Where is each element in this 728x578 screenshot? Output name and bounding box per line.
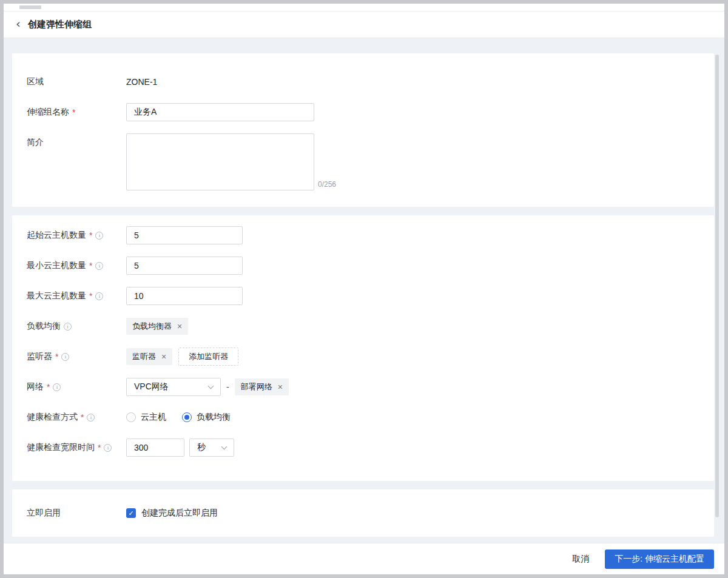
intro-row: 简介 0/256 <box>27 133 699 190</box>
back-button[interactable]: ‹ <box>16 18 21 30</box>
health-check-mode-label-col: 健康检查方式 * i <box>27 412 126 423</box>
info-icon[interactable]: i <box>64 323 72 331</box>
network-type-select[interactable]: VPC网络 <box>126 378 221 396</box>
zone-value: ZONE-1 <box>126 77 157 87</box>
load-balancer-label: 负载均衡 <box>27 321 61 332</box>
max-count-row: 最大云主机数量 * i <box>27 287 699 305</box>
zone-label-col: 区域 <box>27 76 126 87</box>
load-balancer-row: 负载均衡 i 负载均衡器 × <box>27 317 699 335</box>
page-title: 创建弹性伸缩组 <box>28 19 92 30</box>
max-count-label: 最大云主机数量 <box>27 291 86 301</box>
separator-dash: - <box>226 382 229 392</box>
intro-label: 简介 <box>27 137 44 148</box>
min-count-row: 最小云主机数量 * i <box>27 257 699 275</box>
load-balancer-tag: 负载均衡器 × <box>126 318 188 335</box>
clipped-header-text <box>19 5 41 9</box>
footer-action-bar: 取消 下一步: 伸缩云主机配置 <box>4 543 724 574</box>
required-asterisk: * <box>47 382 50 392</box>
enable-card: 立即启用 ✓ 创建完成后立即启用 <box>12 489 714 537</box>
group-name-input[interactable] <box>126 103 314 121</box>
scaling-config-card: 起始云主机数量 * i 最小云主机数量 * i 最大云主机数量 * i <box>12 215 714 481</box>
required-asterisk: * <box>81 412 84 422</box>
remove-tag-icon[interactable]: × <box>278 383 283 391</box>
listener-label: 监听器 <box>27 351 52 362</box>
required-asterisk: * <box>72 107 75 117</box>
top-strip <box>4 4 724 12</box>
zone-label: 区域 <box>27 76 44 87</box>
info-icon[interactable]: i <box>95 262 103 270</box>
min-count-label: 最小云主机数量 <box>27 260 86 271</box>
initial-count-label: 起始云主机数量 <box>27 230 86 241</box>
listener-tag-label: 监听器 <box>132 351 156 362</box>
group-name-label-col: 伸缩组名称 * <box>27 107 126 118</box>
deploy-network-tag-label: 部署网络 <box>241 381 272 392</box>
required-asterisk: * <box>89 261 92 271</box>
health-check-mode-label: 健康检查方式 <box>27 412 78 423</box>
radio-option-vm[interactable]: 云主机 <box>126 412 166 423</box>
group-name-label: 伸缩组名称 <box>27 107 69 118</box>
info-icon[interactable]: i <box>87 414 95 422</box>
enable-checkbox-label[interactable]: 创建完成后立即启用 <box>141 508 218 519</box>
form-scroll-area: 区域 ZONE-1 伸缩组名称 * 简介 0/256 <box>4 38 724 543</box>
chevron-down-icon <box>221 443 228 449</box>
add-listener-button[interactable]: 添加监听器 <box>178 348 238 366</box>
enable-label: 立即启用 <box>27 508 61 519</box>
listener-tag: 监听器 × <box>126 348 172 365</box>
intro-area-wrap: 0/256 <box>126 133 336 190</box>
max-count-input[interactable] <box>126 287 243 305</box>
info-icon[interactable]: i <box>95 292 103 300</box>
info-icon[interactable]: i <box>53 383 61 391</box>
network-label: 网络 <box>27 381 44 392</box>
char-counter: 0/256 <box>318 180 336 189</box>
initial-count-label-col: 起始云主机数量 * i <box>27 230 126 241</box>
vertical-scrollbar-thumb[interactable] <box>715 55 719 517</box>
info-icon[interactable]: i <box>61 353 69 361</box>
initial-count-row: 起始云主机数量 * i <box>27 226 699 244</box>
page-header: ‹ 创建弹性伸缩组 <box>4 12 724 38</box>
max-count-label-col: 最大云主机数量 * i <box>27 291 126 301</box>
enable-checkbox-checked[interactable]: ✓ <box>126 508 136 518</box>
grace-period-row: 健康检查宽限时间 * i 秒 <box>27 439 699 457</box>
network-row: 网络 * i VPC网络 - 部署网络 × <box>27 378 699 396</box>
info-icon[interactable]: i <box>95 232 103 240</box>
required-asterisk: * <box>89 291 92 301</box>
load-balancer-tag-label: 负载均衡器 <box>132 321 172 332</box>
intro-label-col: 简介 <box>27 133 126 148</box>
min-count-input[interactable] <box>126 257 243 275</box>
group-name-row: 伸缩组名称 * <box>27 103 699 121</box>
deploy-network-tag: 部署网络 × <box>235 378 289 395</box>
required-asterisk: * <box>98 443 101 452</box>
required-asterisk: * <box>89 230 92 240</box>
radio-unchecked-icon[interactable] <box>126 412 136 422</box>
radio-checked-icon[interactable] <box>182 412 192 422</box>
radio-option-vm-label: 云主机 <box>141 412 166 423</box>
app-window: ‹ 创建弹性伸缩组 区域 ZONE-1 伸缩组名称 * 简介 <box>0 0 728 578</box>
intro-textarea[interactable] <box>126 133 314 190</box>
remove-tag-icon[interactable]: × <box>161 352 166 361</box>
grace-period-input[interactable] <box>126 439 184 457</box>
enable-label-col: 立即启用 <box>27 508 126 519</box>
network-type-select-value: VPC网络 <box>134 381 169 392</box>
cancel-button[interactable]: 取消 <box>572 554 589 565</box>
initial-count-input[interactable] <box>126 226 243 244</box>
listener-label-col: 监听器 * i <box>27 351 126 362</box>
radio-option-lb-label: 负载均衡 <box>197 412 231 423</box>
required-asterisk: * <box>55 352 58 361</box>
grace-unit-select-value: 秒 <box>197 442 206 453</box>
remove-tag-icon[interactable]: × <box>177 322 182 331</box>
listener-row: 监听器 * i 监听器 × 添加监听器 <box>27 348 699 366</box>
zone-row: 区域 ZONE-1 <box>27 73 699 91</box>
grace-period-label: 健康检查宽限时间 <box>27 442 95 453</box>
network-label-col: 网络 * i <box>27 381 126 392</box>
enable-row: 立即启用 ✓ 创建完成后立即启用 <box>27 504 699 522</box>
grace-period-label-col: 健康检查宽限时间 * i <box>27 442 126 453</box>
chevron-down-icon <box>208 383 214 389</box>
info-icon[interactable]: i <box>104 444 112 452</box>
health-check-mode-radio-group: 云主机 负载均衡 <box>126 412 231 423</box>
grace-unit-select[interactable]: 秒 <box>189 439 234 457</box>
checkmark-icon: ✓ <box>128 509 133 517</box>
next-step-button[interactable]: 下一步: 伸缩云主机配置 <box>605 549 714 569</box>
radio-option-lb[interactable]: 负载均衡 <box>182 412 231 423</box>
health-check-mode-row: 健康检查方式 * i 云主机 负载均衡 <box>27 408 699 426</box>
load-balancer-label-col: 负载均衡 i <box>27 321 126 332</box>
